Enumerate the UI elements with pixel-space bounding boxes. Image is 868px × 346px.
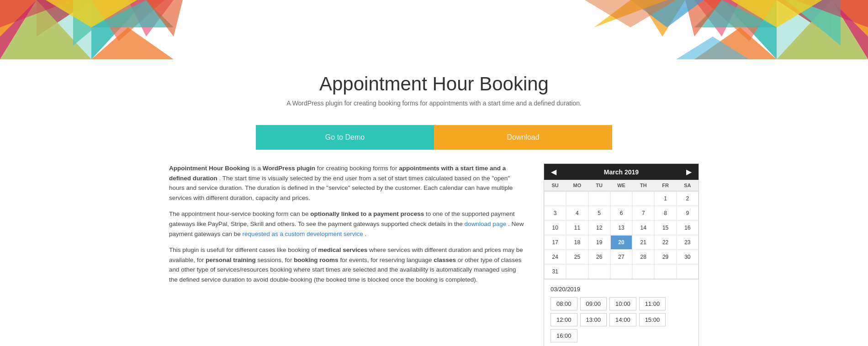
desc-bold-2: WordPress plugin xyxy=(263,165,315,172)
desc-bold-8: classes xyxy=(434,257,456,263)
calendar-cell xyxy=(610,264,632,279)
calendar-cell[interactable]: 24 xyxy=(544,250,566,264)
calendar-cell xyxy=(588,264,610,279)
calendar-cell[interactable]: 31 xyxy=(544,264,566,279)
time-slot-button[interactable]: 15:00 xyxy=(639,313,666,326)
calendar-cell[interactable]: 30 xyxy=(677,250,699,264)
body-section: Appointment Hour Booking is a WordPress … xyxy=(160,163,708,346)
calendar-cell[interactable]: 7 xyxy=(632,206,654,220)
calendar-cell[interactable]: 25 xyxy=(566,250,588,264)
buttons-row: Go to Demo Download xyxy=(256,125,612,150)
calendar-cell[interactable]: 3 xyxy=(544,206,566,220)
calendar-cell[interactable]: 2 xyxy=(677,191,699,206)
download-page-link[interactable]: download page xyxy=(465,220,507,227)
calendar-cell[interactable]: 14 xyxy=(632,220,654,235)
weekday-fr: FR xyxy=(654,180,676,191)
calendar-cell[interactable]: 4 xyxy=(566,206,588,220)
calendar-cell[interactable]: 20 xyxy=(610,235,632,250)
calendar-cell[interactable]: 16 xyxy=(677,220,699,235)
cal-prev-button[interactable]: ◀ xyxy=(549,168,559,176)
calendar-cell[interactable]: 15 xyxy=(654,220,676,235)
calendar-cell xyxy=(632,191,654,206)
desc-bold-4: optionally linked to a payment process xyxy=(310,210,424,217)
calendar-cell[interactable]: 11 xyxy=(566,220,588,235)
time-slot-button[interactable]: 08:00 xyxy=(550,297,577,310)
calendar-cell[interactable]: 26 xyxy=(588,250,610,264)
time-slots-container: 08:0009:0010:0011:0012:0013:0014:0015:00… xyxy=(550,297,692,342)
time-slot-button[interactable]: 16:00 xyxy=(550,329,577,342)
calendar-cell[interactable]: 9 xyxy=(677,206,699,220)
calendar-cell xyxy=(588,191,610,206)
weekday-mo: MO xyxy=(566,180,588,191)
calendar-cell xyxy=(610,191,632,206)
time-section: 03/20/2019 08:0009:0010:0011:0012:0013:0… xyxy=(544,279,699,346)
page-subtitle: A WordPress plugin for creating booking … xyxy=(9,100,859,107)
cal-month-year: March 2019 xyxy=(604,168,639,176)
description-text: Appointment Hour Booking is a WordPress … xyxy=(169,163,525,291)
calendar-cell xyxy=(632,264,654,279)
weekday-tu: TU xyxy=(588,180,610,191)
desc-bold-6: personal training xyxy=(206,257,256,263)
calendar-cell[interactable]: 12 xyxy=(588,220,610,235)
time-slot-button[interactable]: 13:00 xyxy=(580,313,607,326)
calendar-header: ◀ March 2019 ▶ xyxy=(544,164,699,180)
calendar-cell xyxy=(544,191,566,206)
calendar-cell[interactable]: 6 xyxy=(610,206,632,220)
calendar-cell xyxy=(654,264,676,279)
calendar-cell[interactable]: 10 xyxy=(544,220,566,235)
time-slot-button[interactable]: 11:00 xyxy=(639,297,666,310)
calendar-cell[interactable]: 23 xyxy=(677,235,699,250)
desc-para-2: The appointment hour-service booking for… xyxy=(169,209,525,239)
main-content: Appointment Hour Booking A WordPress plu… xyxy=(0,59,868,346)
desc-para-3: This plugin is usefull for different cas… xyxy=(169,245,525,284)
cal-next-button[interactable]: ▶ xyxy=(684,168,694,176)
weekday-su: SU xyxy=(544,180,566,191)
desc-bold-5: medical services xyxy=(318,246,367,253)
calendar-cell[interactable]: 5 xyxy=(588,206,610,220)
calendar-cell xyxy=(566,264,588,279)
calendar-cell[interactable]: 29 xyxy=(654,250,676,264)
calendar: ◀ March 2019 ▶ SU MO TU WE TH FR SA 1234… xyxy=(544,163,699,279)
calendar-cell[interactable]: 22 xyxy=(654,235,676,250)
custom-dev-link[interactable]: requested as a custom development servic… xyxy=(243,231,363,237)
time-slot-button[interactable]: 12:00 xyxy=(550,313,577,326)
desc-bold-1: Appointment Hour Booking xyxy=(169,165,249,172)
weekday-we: WE xyxy=(610,180,632,191)
demo-button[interactable]: Go to Demo xyxy=(256,125,434,150)
calendar-cell[interactable]: 1 xyxy=(654,191,676,206)
desc-bold-7: booking rooms xyxy=(294,257,339,263)
time-date-label: 03/20/2019 xyxy=(550,286,692,293)
calendar-cell[interactable]: 8 xyxy=(654,206,676,220)
download-button[interactable]: Download xyxy=(434,125,612,150)
calendar-cell[interactable]: 19 xyxy=(588,235,610,250)
time-slot-button[interactable]: 10:00 xyxy=(609,297,636,310)
calendar-cell xyxy=(566,191,588,206)
calendar-cell xyxy=(677,264,699,279)
calendar-grid: 1234567891011121314151617181920212223242… xyxy=(544,191,699,279)
calendar-cell[interactable]: 27 xyxy=(610,250,632,264)
calendar-cell[interactable]: 28 xyxy=(632,250,654,264)
title-section: Appointment Hour Booking A WordPress plu… xyxy=(0,59,868,116)
weekday-th: TH xyxy=(632,180,654,191)
header-banner xyxy=(0,0,868,59)
right-widget: ◀ March 2019 ▶ SU MO TU WE TH FR SA 1234… xyxy=(544,163,699,346)
time-slot-button[interactable]: 09:00 xyxy=(580,297,607,310)
desc-para-1: Appointment Hour Booking is a WordPress … xyxy=(169,163,525,203)
calendar-cell[interactable]: 13 xyxy=(610,220,632,235)
calendar-weekdays: SU MO TU WE TH FR SA xyxy=(544,180,699,191)
calendar-cell[interactable]: 21 xyxy=(632,235,654,250)
weekday-sa: SA xyxy=(677,180,699,191)
calendar-cell[interactable]: 17 xyxy=(544,235,566,250)
page-title: Appointment Hour Booking xyxy=(9,73,859,95)
time-slot-button[interactable]: 14:00 xyxy=(609,313,636,326)
calendar-cell[interactable]: 18 xyxy=(566,235,588,250)
